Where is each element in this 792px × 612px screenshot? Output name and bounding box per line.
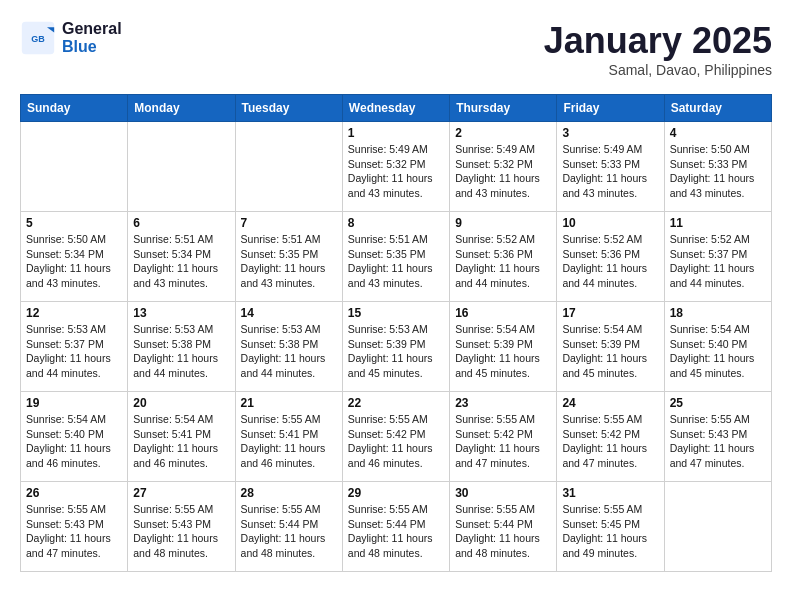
day-info: Sunrise: 5:55 AM Sunset: 5:42 PM Dayligh… — [348, 412, 444, 471]
weekday-header-cell: Monday — [128, 95, 235, 122]
day-number: 17 — [562, 306, 658, 320]
day-info: Sunrise: 5:55 AM Sunset: 5:42 PM Dayligh… — [562, 412, 658, 471]
day-info: Sunrise: 5:51 AM Sunset: 5:35 PM Dayligh… — [241, 232, 337, 291]
day-info: Sunrise: 5:54 AM Sunset: 5:41 PM Dayligh… — [133, 412, 229, 471]
calendar-cell: 25Sunrise: 5:55 AM Sunset: 5:43 PM Dayli… — [664, 392, 771, 482]
day-info: Sunrise: 5:49 AM Sunset: 5:32 PM Dayligh… — [455, 142, 551, 201]
calendar-cell: 12Sunrise: 5:53 AM Sunset: 5:37 PM Dayli… — [21, 302, 128, 392]
day-number: 22 — [348, 396, 444, 410]
calendar-cell: 16Sunrise: 5:54 AM Sunset: 5:39 PM Dayli… — [450, 302, 557, 392]
calendar-cell: 14Sunrise: 5:53 AM Sunset: 5:38 PM Dayli… — [235, 302, 342, 392]
calendar-cell: 8Sunrise: 5:51 AM Sunset: 5:35 PM Daylig… — [342, 212, 449, 302]
day-number: 7 — [241, 216, 337, 230]
day-info: Sunrise: 5:53 AM Sunset: 5:38 PM Dayligh… — [133, 322, 229, 381]
day-info: Sunrise: 5:54 AM Sunset: 5:39 PM Dayligh… — [455, 322, 551, 381]
calendar-cell: 23Sunrise: 5:55 AM Sunset: 5:42 PM Dayli… — [450, 392, 557, 482]
day-number: 28 — [241, 486, 337, 500]
day-number: 9 — [455, 216, 551, 230]
calendar-cell: 19Sunrise: 5:54 AM Sunset: 5:40 PM Dayli… — [21, 392, 128, 482]
calendar-cell: 3Sunrise: 5:49 AM Sunset: 5:33 PM Daylig… — [557, 122, 664, 212]
day-info: Sunrise: 5:53 AM Sunset: 5:38 PM Dayligh… — [241, 322, 337, 381]
day-info: Sunrise: 5:55 AM Sunset: 5:44 PM Dayligh… — [241, 502, 337, 561]
day-number: 31 — [562, 486, 658, 500]
day-number: 2 — [455, 126, 551, 140]
calendar-cell: 6Sunrise: 5:51 AM Sunset: 5:34 PM Daylig… — [128, 212, 235, 302]
weekday-header-cell: Saturday — [664, 95, 771, 122]
calendar-cell — [128, 122, 235, 212]
logo: GB General Blue — [20, 20, 122, 56]
day-number: 6 — [133, 216, 229, 230]
day-number: 19 — [26, 396, 122, 410]
calendar-cell: 11Sunrise: 5:52 AM Sunset: 5:37 PM Dayli… — [664, 212, 771, 302]
calendar-week-row: 5Sunrise: 5:50 AM Sunset: 5:34 PM Daylig… — [21, 212, 772, 302]
calendar-cell: 1Sunrise: 5:49 AM Sunset: 5:32 PM Daylig… — [342, 122, 449, 212]
calendar-cell: 9Sunrise: 5:52 AM Sunset: 5:36 PM Daylig… — [450, 212, 557, 302]
weekday-header-row: SundayMondayTuesdayWednesdayThursdayFrid… — [21, 95, 772, 122]
calendar-cell — [21, 122, 128, 212]
day-info: Sunrise: 5:49 AM Sunset: 5:33 PM Dayligh… — [562, 142, 658, 201]
day-info: Sunrise: 5:51 AM Sunset: 5:35 PM Dayligh… — [348, 232, 444, 291]
calendar-cell: 29Sunrise: 5:55 AM Sunset: 5:44 PM Dayli… — [342, 482, 449, 572]
weekday-header-cell: Friday — [557, 95, 664, 122]
day-info: Sunrise: 5:52 AM Sunset: 5:36 PM Dayligh… — [562, 232, 658, 291]
day-number: 26 — [26, 486, 122, 500]
day-number: 24 — [562, 396, 658, 410]
day-number: 30 — [455, 486, 551, 500]
calendar-cell: 7Sunrise: 5:51 AM Sunset: 5:35 PM Daylig… — [235, 212, 342, 302]
day-info: Sunrise: 5:50 AM Sunset: 5:34 PM Dayligh… — [26, 232, 122, 291]
calendar-cell: 20Sunrise: 5:54 AM Sunset: 5:41 PM Dayli… — [128, 392, 235, 482]
day-info: Sunrise: 5:55 AM Sunset: 5:44 PM Dayligh… — [348, 502, 444, 561]
calendar-cell: 27Sunrise: 5:55 AM Sunset: 5:43 PM Dayli… — [128, 482, 235, 572]
title-block: January 2025 Samal, Davao, Philippines — [544, 20, 772, 78]
day-number: 11 — [670, 216, 766, 230]
calendar-cell: 21Sunrise: 5:55 AM Sunset: 5:41 PM Dayli… — [235, 392, 342, 482]
weekday-header-cell: Thursday — [450, 95, 557, 122]
calendar-cell: 15Sunrise: 5:53 AM Sunset: 5:39 PM Dayli… — [342, 302, 449, 392]
calendar-table: SundayMondayTuesdayWednesdayThursdayFrid… — [20, 94, 772, 572]
calendar-cell: 22Sunrise: 5:55 AM Sunset: 5:42 PM Dayli… — [342, 392, 449, 482]
calendar-cell: 18Sunrise: 5:54 AM Sunset: 5:40 PM Dayli… — [664, 302, 771, 392]
page-header: GB General Blue January 2025 Samal, Dava… — [20, 20, 772, 78]
day-info: Sunrise: 5:55 AM Sunset: 5:43 PM Dayligh… — [133, 502, 229, 561]
calendar-cell: 28Sunrise: 5:55 AM Sunset: 5:44 PM Dayli… — [235, 482, 342, 572]
day-number: 25 — [670, 396, 766, 410]
calendar-cell: 10Sunrise: 5:52 AM Sunset: 5:36 PM Dayli… — [557, 212, 664, 302]
day-info: Sunrise: 5:51 AM Sunset: 5:34 PM Dayligh… — [133, 232, 229, 291]
calendar-week-row: 19Sunrise: 5:54 AM Sunset: 5:40 PM Dayli… — [21, 392, 772, 482]
day-number: 21 — [241, 396, 337, 410]
logo-icon: GB — [20, 20, 56, 56]
weekday-header-cell: Wednesday — [342, 95, 449, 122]
svg-text:GB: GB — [31, 34, 45, 44]
day-info: Sunrise: 5:55 AM Sunset: 5:43 PM Dayligh… — [26, 502, 122, 561]
calendar-cell: 17Sunrise: 5:54 AM Sunset: 5:39 PM Dayli… — [557, 302, 664, 392]
day-info: Sunrise: 5:55 AM Sunset: 5:43 PM Dayligh… — [670, 412, 766, 471]
calendar-cell — [235, 122, 342, 212]
calendar-cell: 4Sunrise: 5:50 AM Sunset: 5:33 PM Daylig… — [664, 122, 771, 212]
day-info: Sunrise: 5:55 AM Sunset: 5:45 PM Dayligh… — [562, 502, 658, 561]
day-info: Sunrise: 5:55 AM Sunset: 5:42 PM Dayligh… — [455, 412, 551, 471]
day-number: 1 — [348, 126, 444, 140]
day-number: 8 — [348, 216, 444, 230]
calendar-cell: 30Sunrise: 5:55 AM Sunset: 5:44 PM Dayli… — [450, 482, 557, 572]
calendar-cell — [664, 482, 771, 572]
day-number: 27 — [133, 486, 229, 500]
day-number: 12 — [26, 306, 122, 320]
day-number: 20 — [133, 396, 229, 410]
day-info: Sunrise: 5:53 AM Sunset: 5:37 PM Dayligh… — [26, 322, 122, 381]
day-info: Sunrise: 5:54 AM Sunset: 5:39 PM Dayligh… — [562, 322, 658, 381]
day-info: Sunrise: 5:50 AM Sunset: 5:33 PM Dayligh… — [670, 142, 766, 201]
day-number: 14 — [241, 306, 337, 320]
day-info: Sunrise: 5:55 AM Sunset: 5:44 PM Dayligh… — [455, 502, 551, 561]
month-title: January 2025 — [544, 20, 772, 62]
location: Samal, Davao, Philippines — [544, 62, 772, 78]
day-number: 4 — [670, 126, 766, 140]
day-info: Sunrise: 5:55 AM Sunset: 5:41 PM Dayligh… — [241, 412, 337, 471]
day-number: 18 — [670, 306, 766, 320]
day-info: Sunrise: 5:54 AM Sunset: 5:40 PM Dayligh… — [26, 412, 122, 471]
day-number: 16 — [455, 306, 551, 320]
day-number: 23 — [455, 396, 551, 410]
calendar-week-row: 12Sunrise: 5:53 AM Sunset: 5:37 PM Dayli… — [21, 302, 772, 392]
day-number: 10 — [562, 216, 658, 230]
day-number: 15 — [348, 306, 444, 320]
calendar-cell: 26Sunrise: 5:55 AM Sunset: 5:43 PM Dayli… — [21, 482, 128, 572]
